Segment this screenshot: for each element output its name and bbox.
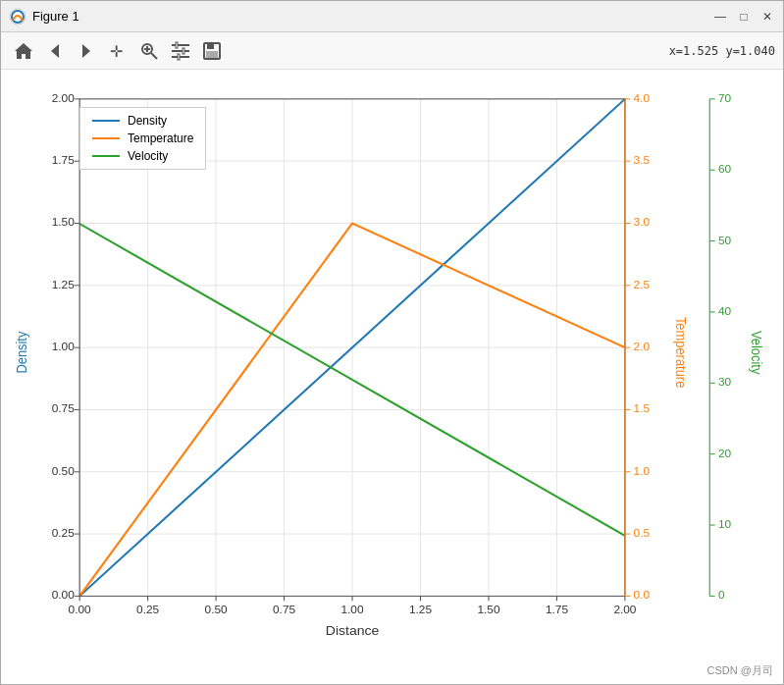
svg-text:0.75: 0.75 xyxy=(273,605,295,615)
x-axis-label: Distance xyxy=(326,624,380,638)
svg-rect-10 xyxy=(172,44,189,46)
zoom-button[interactable] xyxy=(134,36,164,66)
watermark: CSDN @月司 xyxy=(707,663,773,678)
svg-rect-12 xyxy=(172,56,189,58)
svg-text:1.25: 1.25 xyxy=(409,605,432,615)
y-left-ticks xyxy=(75,99,79,597)
svg-text:1.00: 1.00 xyxy=(340,605,363,615)
y-right2-labels: 0 10 20 30 40 50 60 70 xyxy=(718,92,731,601)
svg-text:1.0: 1.0 xyxy=(634,465,650,476)
x-labels: 0.00 0.25 0.50 0.75 1.00 1.25 1.50 1.75 … xyxy=(69,605,637,615)
y-right2-ticks xyxy=(709,99,714,597)
y-left-labels: 0.00 0.25 0.50 0.75 1.00 1.25 1.50 1.75 … xyxy=(52,92,75,601)
home-icon xyxy=(14,41,33,61)
pan-icon: ✛ xyxy=(108,41,128,61)
svg-rect-17 xyxy=(207,43,214,49)
svg-text:20: 20 xyxy=(718,448,731,458)
svg-marker-3 xyxy=(51,44,59,58)
legend-velocity-line xyxy=(92,155,120,157)
titlebar-left: Figure 1 xyxy=(9,8,79,26)
svg-text:70: 70 xyxy=(718,92,731,103)
titlebar: Figure 1 — □ ✕ xyxy=(1,1,783,32)
svg-text:0: 0 xyxy=(718,590,725,601)
forward-icon xyxy=(77,41,96,61)
svg-text:4.0: 4.0 xyxy=(634,92,650,103)
svg-marker-2 xyxy=(15,43,32,59)
configure-button[interactable] xyxy=(166,36,195,66)
svg-text:2.00: 2.00 xyxy=(613,605,636,615)
window-title: Figure 1 xyxy=(32,9,79,24)
svg-text:40: 40 xyxy=(718,305,731,316)
back-icon xyxy=(45,41,65,61)
svg-text:1.50: 1.50 xyxy=(477,605,499,615)
svg-text:3.0: 3.0 xyxy=(634,217,650,228)
svg-text:1.00: 1.00 xyxy=(52,342,75,352)
svg-text:1.25: 1.25 xyxy=(52,279,75,290)
svg-text:0.75: 0.75 xyxy=(52,403,75,414)
svg-rect-13 xyxy=(176,42,178,48)
app-icon xyxy=(9,8,26,26)
toolbar: ✛ xyxy=(1,32,783,70)
legend-density-line xyxy=(92,120,120,122)
close-button[interactable]: ✕ xyxy=(759,9,775,25)
svg-text:2.5: 2.5 xyxy=(634,279,650,290)
titlebar-controls: — □ ✕ xyxy=(712,9,775,25)
pan-button[interactable]: ✛ xyxy=(103,36,132,66)
svg-text:✛: ✛ xyxy=(110,43,123,60)
svg-text:1.50: 1.50 xyxy=(52,217,75,228)
svg-rect-18 xyxy=(206,51,218,58)
legend-velocity: Velocity xyxy=(92,149,193,163)
zoom-icon xyxy=(139,41,159,61)
svg-rect-15 xyxy=(178,54,180,60)
svg-text:2.00: 2.00 xyxy=(52,92,75,103)
plot-area: 0.00 0.25 0.50 0.75 1.00 1.25 1.50 1.75 … xyxy=(1,70,783,684)
back-button[interactable] xyxy=(40,36,70,66)
y-right1-ticks xyxy=(625,99,630,597)
y-right2-axis-label: Velocity xyxy=(749,331,764,375)
maximize-button[interactable]: □ xyxy=(736,9,752,25)
home-button[interactable] xyxy=(9,36,38,66)
save-button[interactable] xyxy=(197,36,227,66)
svg-text:1.75: 1.75 xyxy=(546,605,568,615)
svg-text:30: 30 xyxy=(718,377,731,388)
svg-text:50: 50 xyxy=(718,235,731,245)
svg-text:1.75: 1.75 xyxy=(52,155,75,166)
legend-density: Density xyxy=(92,114,193,128)
forward-button[interactable] xyxy=(72,36,101,66)
toolbar-icons: ✛ xyxy=(9,36,227,66)
svg-text:0.50: 0.50 xyxy=(205,605,228,615)
svg-text:0.25: 0.25 xyxy=(136,605,159,615)
save-icon xyxy=(202,41,222,61)
svg-marker-4 xyxy=(82,44,90,58)
svg-line-7 xyxy=(151,53,157,59)
svg-text:60: 60 xyxy=(718,164,731,175)
svg-rect-11 xyxy=(172,50,189,52)
legend-temperature-line xyxy=(92,137,120,139)
main-window: Figure 1 — □ ✕ xyxy=(0,0,784,685)
x-ticks xyxy=(79,596,625,601)
svg-text:0.50: 0.50 xyxy=(52,465,75,476)
svg-text:0.0: 0.0 xyxy=(634,590,650,601)
configure-icon xyxy=(171,41,190,61)
coordinates-display: x=1.525 y=1.040 xyxy=(669,44,775,58)
minimize-button[interactable]: — xyxy=(712,9,728,25)
y-right1-labels: 0.0 0.5 1.0 1.5 2.0 2.5 3.0 3.5 4.0 xyxy=(634,92,650,601)
chart-container: 0.00 0.25 0.50 0.75 1.00 1.25 1.50 1.75 … xyxy=(11,79,773,655)
svg-text:0.00: 0.00 xyxy=(69,605,91,615)
legend-velocity-label: Velocity xyxy=(128,149,168,163)
svg-text:0.5: 0.5 xyxy=(634,527,650,538)
svg-text:0.00: 0.00 xyxy=(52,590,75,601)
svg-text:1.5: 1.5 xyxy=(634,403,650,414)
legend: Density Temperature Velocity xyxy=(79,107,206,170)
legend-temperature: Temperature xyxy=(92,132,193,145)
svg-rect-14 xyxy=(183,48,184,54)
y-left-axis-label: Density xyxy=(15,331,30,373)
legend-temperature-label: Temperature xyxy=(128,132,193,145)
svg-text:10: 10 xyxy=(718,518,731,529)
svg-text:0.25: 0.25 xyxy=(52,527,75,538)
svg-text:2.0: 2.0 xyxy=(634,342,650,352)
legend-density-label: Density xyxy=(128,114,167,128)
y-right1-axis-label: Temperature xyxy=(673,317,689,388)
svg-text:3.5: 3.5 xyxy=(634,155,650,166)
